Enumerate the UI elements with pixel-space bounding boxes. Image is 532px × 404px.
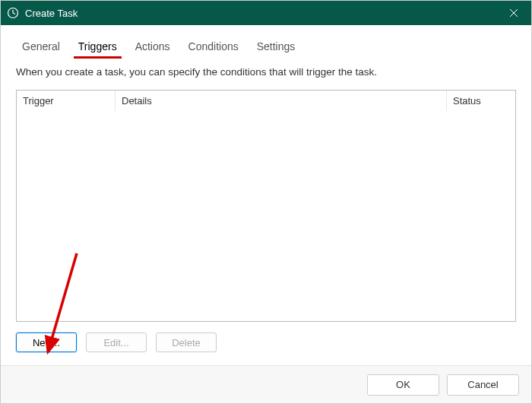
tab-triggers[interactable]: Triggers [69,36,126,59]
ok-button[interactable]: OK [367,374,439,396]
tab-label: General [22,40,60,52]
triggers-table[interactable]: Trigger Details Status [16,90,516,322]
trigger-actions-row: New... Edit... Delete [16,332,516,352]
delete-button[interactable]: Delete [156,332,217,352]
new-button[interactable]: New... [16,332,77,352]
column-header-details[interactable]: Details [116,91,447,111]
tab-bar: General Triggers Actions Conditions Sett… [13,36,519,59]
column-header-status[interactable]: Status [447,91,515,111]
column-header-trigger[interactable]: Trigger [17,91,116,111]
svg-line-2 [13,13,15,14]
tab-conditions[interactable]: Conditions [179,36,248,59]
tab-actions[interactable]: Actions [126,36,179,59]
dialog-footer: OK Cancel [1,365,531,403]
tab-label: Actions [135,40,170,52]
tab-label: Settings [257,40,296,52]
table-header: Trigger Details Status [17,91,515,112]
edit-button[interactable]: Edit... [86,332,147,352]
tab-general[interactable]: General [13,36,69,59]
tab-settings[interactable]: Settings [248,36,305,59]
tab-label: Triggers [78,40,117,52]
close-button[interactable] [496,1,531,25]
titlebar: Create Task [1,1,531,25]
tab-label: Conditions [188,40,239,52]
cancel-button[interactable]: Cancel [447,374,519,396]
tab-description: When you create a task, you can specify … [16,66,516,78]
app-clock-icon [7,7,19,19]
window-title: Create Task [25,8,496,19]
